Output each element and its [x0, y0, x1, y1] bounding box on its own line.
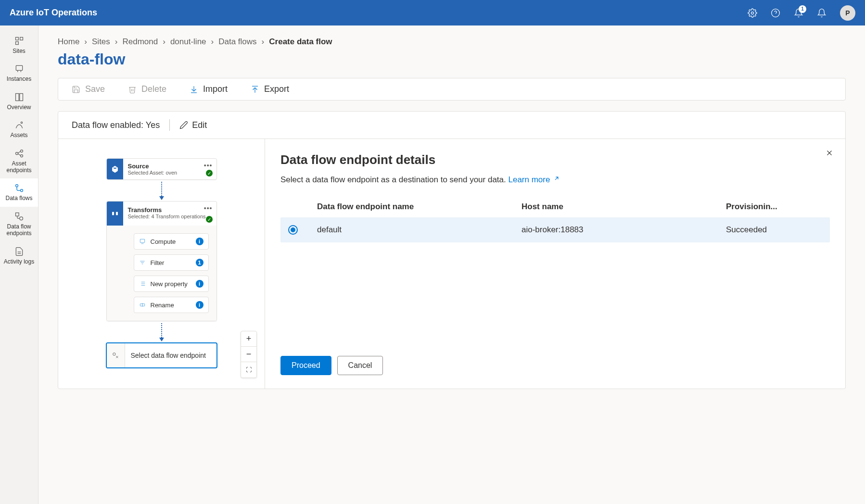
svg-rect-29 [140, 239, 144, 242]
transform-icon [107, 202, 123, 226]
col-host: Host name [522, 202, 726, 212]
svg-point-11 [21, 122, 22, 124]
svg-point-18 [20, 189, 23, 192]
user-avatar[interactable]: P [840, 5, 855, 21]
sidebar-item-sites[interactable]: Sites [0, 31, 38, 59]
import-button[interactable]: Import [190, 84, 228, 94]
svg-point-0 [751, 12, 754, 14]
info-badge: i [196, 238, 204, 245]
page-title: data-flow [58, 50, 846, 68]
sidebar-label: Asset endpoints [2, 160, 36, 174]
node-subtitle: Selected Asset: oven [128, 170, 212, 176]
zoom-controls: + − ⛶ [241, 331, 257, 378]
connector-arrow-icon [161, 321, 162, 342]
table-header: Data flow endpoint name Host name Provis… [280, 196, 830, 217]
sidebar-item-data-flow-endpoints[interactable]: Data flow endpoints [0, 207, 38, 242]
sidebar-label: Assets [10, 132, 27, 139]
cell-provisioning: Succeeded [726, 225, 822, 235]
sidebar-item-instances[interactable]: Instances [0, 59, 38, 87]
sidebar-item-assets[interactable]: Assets [0, 115, 38, 143]
export-button[interactable]: Export [251, 84, 289, 94]
app-header: Azure IoT Operations 1 P [0, 0, 865, 25]
zoom-in-button[interactable]: + [241, 331, 256, 347]
cancel-button[interactable]: Cancel [337, 356, 383, 375]
details-description: Select a data flow endpoint as a destina… [280, 175, 830, 185]
endpoint-icon [107, 343, 125, 367]
flow-canvas: ••• Source Selected Asset: oven ••• [58, 139, 265, 389]
breadcrumb-link[interactable]: Sites [92, 37, 110, 47]
svg-line-15 [18, 151, 20, 152]
flow-enabled-label: Data flow enabled: Yes [72, 120, 160, 130]
status-success-icon [206, 170, 213, 176]
sidebar-label: Data flow endpoints [2, 223, 36, 237]
svg-point-13 [20, 150, 23, 152]
source-node[interactable]: ••• Source Selected Asset: oven [106, 158, 217, 180]
details-footer: Proceed Cancel [280, 346, 830, 375]
node-subtitle: Selected: 4 Transform operations [128, 214, 212, 219]
notifications-icon[interactable] [817, 8, 827, 18]
transform-compute[interactable]: Computei [134, 233, 209, 250]
breadcrumb-link[interactable]: Redmond [123, 37, 158, 47]
svg-line-16 [18, 153, 20, 155]
count-badge: 1 [196, 259, 204, 266]
help-icon[interactable] [771, 8, 780, 18]
zoom-out-button[interactable]: − [241, 347, 256, 362]
edit-button[interactable]: Edit [179, 120, 207, 130]
info-badge: i [196, 301, 204, 309]
sidebar-item-data-flows[interactable]: Data flows [0, 178, 38, 206]
learn-more-link[interactable]: Learn more [509, 175, 560, 184]
destination-label: Select data flow endpoint [125, 345, 212, 366]
endpoints-table: Data flow endpoint name Host name Provis… [280, 196, 830, 242]
more-icon[interactable]: ••• [204, 162, 213, 169]
table-row[interactable]: default aio-broker:18883 Succeeded [280, 217, 830, 242]
app-title: Azure IoT Operations [10, 8, 97, 18]
editor-header: Data flow enabled: Yes Edit [58, 112, 845, 139]
more-icon[interactable]: ••• [204, 204, 213, 212]
sidebar-label: Instances [7, 76, 31, 82]
svg-rect-4 [20, 38, 23, 40]
sidebar-item-activity-logs[interactable]: Activity logs [0, 242, 38, 270]
feedback-icon[interactable]: 1 [794, 8, 803, 18]
destination-node[interactable]: Select data flow endpoint [106, 342, 217, 368]
svg-rect-3 [15, 38, 18, 40]
header-actions: 1 P [748, 5, 855, 21]
radio-button[interactable] [288, 225, 298, 235]
connector-arrow-icon [161, 180, 162, 201]
svg-point-20 [19, 217, 23, 220]
breadcrumb-link[interactable]: Data flows [218, 37, 256, 47]
info-badge: i [196, 280, 204, 288]
breadcrumb-link[interactable]: donut-line [170, 37, 206, 47]
svg-rect-6 [16, 66, 22, 71]
notification-badge: 1 [799, 5, 806, 13]
node-title: Source [128, 163, 212, 170]
transforms-node[interactable]: ••• Transforms Selected: 4 Transform ope… [106, 201, 217, 321]
settings-icon[interactable] [748, 8, 757, 18]
sidebar-label: Overview [7, 104, 31, 111]
sidebar-label: Activity logs [4, 258, 34, 265]
transform-rename[interactable]: Renamei [134, 297, 209, 313]
details-title: Data flow endpoint details [280, 152, 830, 167]
svg-rect-9 [15, 93, 19, 101]
svg-rect-5 [15, 42, 18, 45]
breadcrumb-current: Create data flow [269, 37, 332, 47]
svg-rect-28 [116, 212, 117, 214]
svg-point-42 [113, 353, 115, 355]
svg-rect-27 [112, 212, 114, 214]
sidebar-item-asset-endpoints[interactable]: Asset endpoints [0, 144, 38, 179]
transform-new-property[interactable]: New propertyi [134, 276, 209, 292]
svg-point-14 [20, 154, 23, 157]
cell-name: default [317, 225, 522, 235]
editor-panel: Data flow enabled: Yes Edit ••• Source S… [58, 111, 846, 389]
zoom-fit-button[interactable]: ⛶ [241, 362, 256, 378]
breadcrumb-link[interactable]: Home [58, 37, 79, 47]
sidebar: Sites Instances Overview Assets Asset en… [0, 25, 38, 504]
node-title: Transforms [128, 206, 212, 214]
svg-point-12 [15, 152, 18, 154]
close-button[interactable] [825, 149, 834, 159]
proceed-button[interactable]: Proceed [280, 356, 331, 375]
col-name: Data flow endpoint name [317, 202, 522, 212]
sidebar-item-overview[interactable]: Overview [0, 88, 38, 115]
sidebar-label: Sites [13, 48, 25, 54]
transform-filter[interactable]: Filter1 [134, 254, 209, 271]
main-content: Home› Sites› Redmond› donut-line› Data f… [38, 25, 865, 504]
